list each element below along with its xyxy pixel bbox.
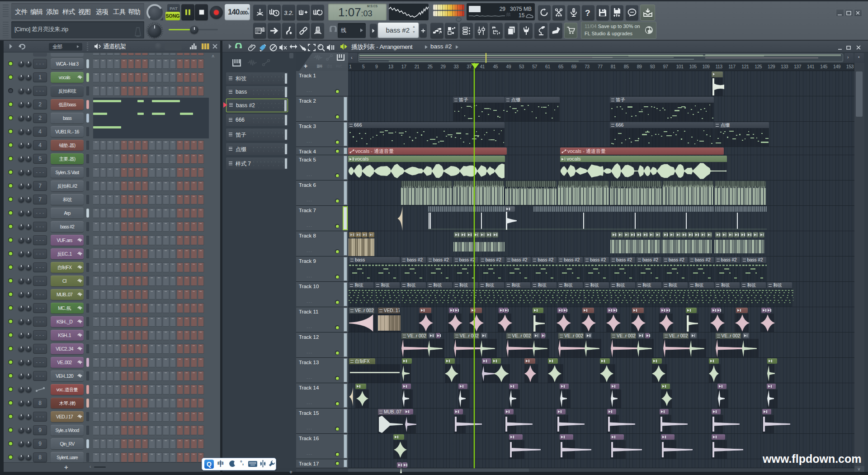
svg-text:3.2.: 3.2. — [284, 10, 294, 16]
svg-text:?: ? — [585, 8, 590, 17]
